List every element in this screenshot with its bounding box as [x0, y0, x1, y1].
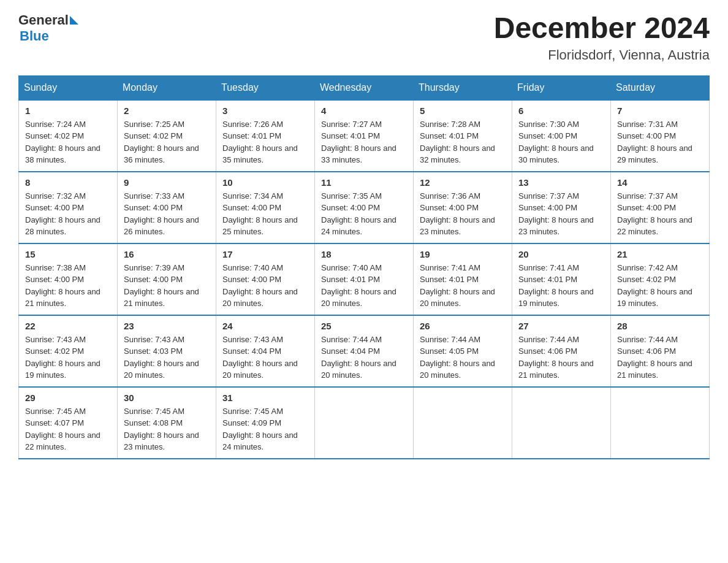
day-number: 16: [124, 249, 210, 259]
day-info: Sunrise: 7:24 AMSunset: 4:02 PMDaylight:…: [25, 120, 100, 165]
header-thursday: Thursday: [414, 75, 512, 100]
day-info: Sunrise: 7:41 AMSunset: 4:01 PMDaylight:…: [518, 263, 594, 308]
day-info: Sunrise: 7:40 AMSunset: 4:01 PMDaylight:…: [321, 263, 396, 308]
day-number: 19: [420, 249, 506, 259]
calendar-cell: 10 Sunrise: 7:34 AMSunset: 4:00 PMDaylig…: [216, 172, 315, 243]
calendar-cell: 27 Sunrise: 7:44 AMSunset: 4:06 PMDaylig…: [512, 315, 611, 387]
header-friday: Friday: [512, 75, 611, 100]
day-number: 2: [124, 105, 210, 116]
calendar-cell: 12 Sunrise: 7:36 AMSunset: 4:00 PMDaylig…: [414, 172, 512, 243]
day-info: Sunrise: 7:45 AMSunset: 4:09 PMDaylight:…: [222, 407, 298, 452]
day-number: 27: [518, 321, 604, 331]
day-info: Sunrise: 7:44 AMSunset: 4:05 PMDaylight:…: [420, 335, 495, 380]
calendar-cell: 20 Sunrise: 7:41 AMSunset: 4:01 PMDaylig…: [512, 243, 611, 315]
calendar-cell: [512, 387, 611, 459]
calendar-week-row: 15 Sunrise: 7:38 AMSunset: 4:00 PMDaylig…: [19, 243, 710, 315]
day-info: Sunrise: 7:32 AMSunset: 4:00 PMDaylight:…: [25, 191, 100, 237]
calendar-cell: 21 Sunrise: 7:42 AMSunset: 4:02 PMDaylig…: [611, 243, 710, 315]
logo-text-blue: Blue: [20, 28, 49, 44]
day-info: Sunrise: 7:45 AMSunset: 4:08 PMDaylight:…: [124, 407, 199, 452]
day-info: Sunrise: 7:26 AMSunset: 4:01 PMDaylight:…: [222, 120, 298, 165]
calendar-cell: 31 Sunrise: 7:45 AMSunset: 4:09 PMDaylig…: [216, 387, 315, 459]
calendar-cell: 3 Sunrise: 7:26 AMSunset: 4:01 PMDayligh…: [216, 100, 315, 172]
day-number: 18: [321, 249, 407, 259]
day-number: 17: [222, 249, 308, 259]
calendar-cell: 5 Sunrise: 7:28 AMSunset: 4:01 PMDayligh…: [414, 100, 512, 172]
calendar-cell: 24 Sunrise: 7:43 AMSunset: 4:04 PMDaylig…: [216, 315, 315, 387]
header-tuesday: Tuesday: [216, 75, 315, 100]
calendar-cell: 16 Sunrise: 7:39 AMSunset: 4:00 PMDaylig…: [118, 243, 216, 315]
title-area: December 2024 Floridsdorf, Vienna, Austr…: [494, 12, 710, 63]
header-wednesday: Wednesday: [315, 75, 414, 100]
logo: General Blue: [18, 12, 78, 44]
day-info: Sunrise: 7:28 AMSunset: 4:01 PMDaylight:…: [420, 120, 495, 165]
calendar-cell: 23 Sunrise: 7:43 AMSunset: 4:03 PMDaylig…: [118, 315, 216, 387]
calendar-cell: 6 Sunrise: 7:30 AMSunset: 4:00 PMDayligh…: [512, 100, 611, 172]
calendar-cell: 28 Sunrise: 7:44 AMSunset: 4:06 PMDaylig…: [611, 315, 710, 387]
day-info: Sunrise: 7:43 AMSunset: 4:02 PMDaylight:…: [25, 335, 100, 380]
day-number: 22: [25, 321, 111, 331]
day-info: Sunrise: 7:44 AMSunset: 4:06 PMDaylight:…: [617, 335, 692, 380]
day-info: Sunrise: 7:25 AMSunset: 4:02 PMDaylight:…: [124, 120, 199, 165]
day-number: 31: [222, 393, 308, 403]
day-number: 11: [321, 177, 407, 188]
day-number: 29: [25, 393, 111, 403]
day-info: Sunrise: 7:38 AMSunset: 4:00 PMDaylight:…: [25, 263, 100, 308]
calendar-cell: 9 Sunrise: 7:33 AMSunset: 4:00 PMDayligh…: [118, 172, 216, 243]
day-info: Sunrise: 7:40 AMSunset: 4:00 PMDaylight:…: [222, 263, 298, 308]
day-number: 30: [124, 393, 210, 403]
day-number: 14: [617, 177, 703, 188]
calendar-cell: 2 Sunrise: 7:25 AMSunset: 4:02 PMDayligh…: [118, 100, 216, 172]
calendar-cell: 29 Sunrise: 7:45 AMSunset: 4:07 PMDaylig…: [19, 387, 118, 459]
day-info: Sunrise: 7:41 AMSunset: 4:01 PMDaylight:…: [420, 263, 495, 308]
day-info: Sunrise: 7:37 AMSunset: 4:00 PMDaylight:…: [617, 191, 692, 237]
calendar-cell: [414, 387, 512, 459]
calendar-cell: 7 Sunrise: 7:31 AMSunset: 4:00 PMDayligh…: [611, 100, 710, 172]
day-number: 12: [420, 177, 506, 188]
calendar-cell: 25 Sunrise: 7:44 AMSunset: 4:04 PMDaylig…: [315, 315, 414, 387]
day-number: 8: [25, 177, 111, 188]
logo-text-general: General: [18, 12, 69, 28]
day-info: Sunrise: 7:31 AMSunset: 4:00 PMDaylight:…: [617, 120, 692, 165]
calendar-cell: 13 Sunrise: 7:37 AMSunset: 4:00 PMDaylig…: [512, 172, 611, 243]
day-number: 3: [222, 105, 308, 116]
day-number: 28: [617, 321, 703, 331]
day-info: Sunrise: 7:33 AMSunset: 4:00 PMDaylight:…: [124, 191, 199, 237]
header-sunday: Sunday: [19, 75, 118, 100]
calendar-cell: [611, 387, 710, 459]
day-number: 1: [25, 105, 111, 116]
day-number: 7: [617, 105, 703, 116]
location-subtitle: Floridsdorf, Vienna, Austria: [494, 47, 710, 63]
day-info: Sunrise: 7:43 AMSunset: 4:03 PMDaylight:…: [124, 335, 199, 380]
day-number: 21: [617, 249, 703, 259]
day-number: 5: [420, 105, 506, 116]
calendar-cell: 19 Sunrise: 7:41 AMSunset: 4:01 PMDaylig…: [414, 243, 512, 315]
calendar-cell: 14 Sunrise: 7:37 AMSunset: 4:00 PMDaylig…: [611, 172, 710, 243]
calendar-cell: 17 Sunrise: 7:40 AMSunset: 4:00 PMDaylig…: [216, 243, 315, 315]
calendar-cell: 15 Sunrise: 7:38 AMSunset: 4:00 PMDaylig…: [19, 243, 118, 315]
day-number: 10: [222, 177, 308, 188]
calendar-week-row: 1 Sunrise: 7:24 AMSunset: 4:02 PMDayligh…: [19, 100, 710, 172]
day-info: Sunrise: 7:37 AMSunset: 4:00 PMDaylight:…: [518, 191, 594, 237]
day-number: 4: [321, 105, 407, 116]
day-info: Sunrise: 7:39 AMSunset: 4:00 PMDaylight:…: [124, 263, 199, 308]
day-info: Sunrise: 7:44 AMSunset: 4:06 PMDaylight:…: [518, 335, 594, 380]
calendar-cell: 11 Sunrise: 7:35 AMSunset: 4:00 PMDaylig…: [315, 172, 414, 243]
calendar-cell: 22 Sunrise: 7:43 AMSunset: 4:02 PMDaylig…: [19, 315, 118, 387]
day-number: 13: [518, 177, 604, 188]
day-info: Sunrise: 7:34 AMSunset: 4:00 PMDaylight:…: [222, 191, 298, 237]
calendar-cell: 18 Sunrise: 7:40 AMSunset: 4:01 PMDaylig…: [315, 243, 414, 315]
day-number: 9: [124, 177, 210, 188]
calendar-cell: 8 Sunrise: 7:32 AMSunset: 4:00 PMDayligh…: [19, 172, 118, 243]
logo-triangle-icon: [70, 16, 78, 25]
month-title: December 2024: [494, 12, 710, 45]
day-info: Sunrise: 7:44 AMSunset: 4:04 PMDaylight:…: [321, 335, 396, 380]
calendar-cell: [315, 387, 414, 459]
day-number: 15: [25, 249, 111, 259]
day-number: 23: [124, 321, 210, 331]
day-number: 24: [222, 321, 308, 331]
calendar-week-row: 22 Sunrise: 7:43 AMSunset: 4:02 PMDaylig…: [19, 315, 710, 387]
day-info: Sunrise: 7:42 AMSunset: 4:02 PMDaylight:…: [617, 263, 692, 308]
calendar-week-row: 29 Sunrise: 7:45 AMSunset: 4:07 PMDaylig…: [19, 387, 710, 459]
calendar-week-row: 8 Sunrise: 7:32 AMSunset: 4:00 PMDayligh…: [19, 172, 710, 243]
